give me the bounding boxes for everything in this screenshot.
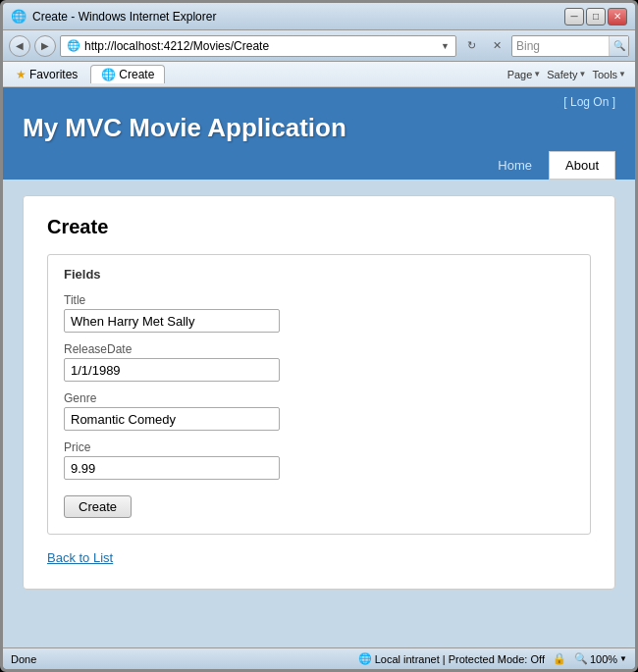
globe-icon: 🌐 (358, 652, 372, 665)
fields-section: Fields Title ReleaseDate Genre P (47, 254, 591, 535)
status-right: 🌐 Local intranet | Protected Mode: Off 🔒… (358, 652, 627, 665)
favorites-label: Favorites (29, 68, 78, 81)
search-input-text: Bing (512, 39, 609, 53)
tab-create[interactable]: 🌐 Create (90, 65, 165, 83)
close-button[interactable]: ✕ (608, 8, 627, 26)
page-heading: Create (47, 216, 591, 238)
app-nav: Home About (23, 151, 615, 180)
release-date-label: ReleaseDate (64, 342, 574, 356)
safety-dropdown-icon: ▼ (578, 70, 586, 78)
status-bar: Done 🌐 Local intranet | Protected Mode: … (3, 647, 635, 669)
log-on-link[interactable]: [ Log On ] (563, 95, 615, 109)
page-content: [ Log On ] My MVC Movie Application Home… (3, 87, 635, 647)
stop-icon[interactable]: ✕ (486, 35, 507, 57)
search-bar: Bing 🔍 (511, 35, 629, 57)
safety-menu[interactable]: Safety ▼ (544, 67, 589, 82)
browser-window: 🌐 Create - Windows Internet Explorer ─ □… (0, 0, 638, 672)
back-button[interactable]: ◀ (9, 35, 30, 57)
safety-label: Safety (547, 69, 577, 80)
zoom-control[interactable]: 🔍 100% ▼ (574, 652, 627, 665)
nav-home[interactable]: Home (481, 151, 549, 180)
star-icon: ★ (16, 68, 27, 81)
create-button[interactable]: Create (64, 495, 132, 518)
price-field-group: Price (64, 440, 574, 480)
release-date-field-group: ReleaseDate (64, 342, 574, 382)
title-bar-left: 🌐 Create - Windows Internet Explorer (11, 9, 216, 25)
zoom-dropdown-icon: ▼ (619, 654, 627, 663)
page-label: Page (507, 69, 533, 80)
status-text: Done (11, 653, 350, 665)
title-field-group: Title (64, 293, 574, 333)
content-box: Create Fields Title ReleaseDate Genre (23, 195, 615, 590)
fields-legend: Fields (64, 267, 574, 282)
title-bar: 🌐 Create - Windows Internet Explorer ─ □… (3, 3, 635, 30)
genre-label: Genre (64, 391, 574, 405)
lock-icon: 🔒 (553, 652, 566, 665)
refresh-icon[interactable]: ↻ (460, 35, 482, 57)
release-date-input[interactable] (64, 358, 280, 382)
status-zone-text: Local intranet | Protected Mode: Off (375, 653, 545, 665)
title-bar-text: Create - Windows Internet Explorer (32, 10, 216, 24)
zoom-icon: 🔍 (574, 652, 588, 665)
address-dropdown-icon[interactable]: ▼ (441, 41, 450, 51)
tab-ie-icon: 🌐 (101, 68, 116, 81)
main-content: Create Fields Title ReleaseDate Genre (3, 180, 635, 647)
nav-about[interactable]: About (549, 151, 615, 180)
genre-field-group: Genre (64, 391, 574, 431)
page-dropdown-icon: ▼ (533, 70, 541, 78)
app-header-top: [ Log On ] (23, 95, 615, 109)
browser-icon: 🌐 (11, 9, 27, 25)
address-ie-icon: 🌐 (67, 39, 80, 52)
nav-bar: ◀ ▶ 🌐 http://localhost:4212/Movies/Creat… (3, 30, 635, 62)
back-to-list-link[interactable]: Back to List (47, 550, 113, 565)
maximize-button[interactable]: □ (586, 8, 606, 26)
tools-dropdown-icon: ▼ (618, 70, 626, 78)
favorites-bar: ★ Favorites 🌐 Create Page ▼ Safety ▼ Too… (3, 62, 635, 87)
tools-menu[interactable]: Tools ▼ (589, 67, 629, 82)
address-text: http://localhost:4212/Movies/Create (84, 39, 441, 53)
genre-input[interactable] (64, 407, 280, 431)
page-menu[interactable]: Page ▼ (505, 67, 545, 82)
minimize-button[interactable]: ─ (564, 8, 584, 26)
tab-label: Create (119, 68, 154, 81)
price-label: Price (64, 440, 574, 454)
forward-button[interactable]: ▶ (34, 35, 56, 57)
search-button[interactable]: 🔍 (609, 36, 628, 56)
app-header: [ Log On ] My MVC Movie Application Home… (3, 87, 635, 180)
title-label: Title (64, 293, 574, 307)
favorites-button[interactable]: ★ Favorites (9, 66, 84, 83)
address-bar: 🌐 http://localhost:4212/Movies/Create ▼ (60, 35, 456, 57)
title-input[interactable] (64, 309, 280, 333)
toolbar-group: Page ▼ Safety ▼ Tools ▼ (505, 67, 629, 82)
zoom-level-text: 100% (590, 653, 617, 665)
title-bar-buttons: ─ □ ✕ (564, 8, 627, 26)
tools-label: Tools (592, 69, 617, 80)
status-zone: 🌐 Local intranet | Protected Mode: Off (358, 652, 545, 665)
app-title: My MVC Movie Application (23, 113, 615, 143)
price-input[interactable] (64, 456, 280, 480)
